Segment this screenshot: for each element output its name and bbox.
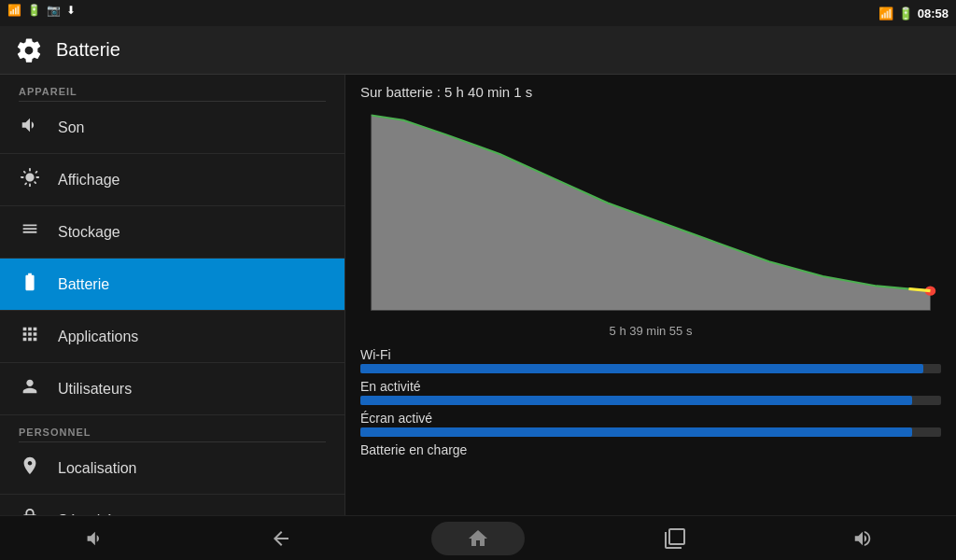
applications-label: Applications: [58, 329, 138, 345]
securite-icon: [19, 508, 41, 515]
nav-home[interactable]: [431, 522, 525, 555]
back-icon: [270, 527, 292, 550]
ecran-active-bar-fill: [360, 427, 912, 437]
main-layout: APPAREIL Son Affichage Stockage Batterie: [0, 75, 956, 515]
sidebar-item-son[interactable]: Son: [0, 102, 344, 154]
battery-duration-label: 5 h 39 min 55 s: [360, 324, 941, 338]
volume-down-icon: [83, 528, 104, 549]
utilisateurs-icon: [19, 376, 41, 401]
battery-chart-svg: [360, 105, 941, 320]
header-title: Batterie: [56, 39, 120, 61]
nav-volume-up[interactable]: [825, 516, 900, 560]
usage-item-en-activite: En activité: [360, 379, 941, 405]
notification-icon-4: ⬇: [66, 4, 76, 17]
status-left-icons: 📶 🔋 📷 ⬇: [7, 4, 76, 17]
affichage-icon: [19, 167, 41, 192]
notification-icon-1: 📶: [7, 4, 21, 17]
status-icons: 📶 🔋 08:58: [879, 7, 949, 21]
wifi-bar-fill: [360, 364, 923, 373]
stockage-icon: [19, 219, 41, 245]
usage-item-ecran-active: Écran activé: [360, 411, 941, 437]
battery-charging-label: Batterie en charge: [360, 442, 941, 457]
sidebar-item-securite[interactable]: Sécurité: [0, 495, 344, 515]
son-icon: [19, 115, 41, 140]
son-label: Son: [58, 119, 84, 136]
recent-apps-icon: [664, 527, 686, 550]
wifi-bar-bg: [360, 364, 941, 373]
usage-section: Wi-Fi En activité Écran activé Batterie …: [360, 347, 941, 457]
usage-item-wifi: Wi-Fi: [360, 347, 941, 373]
stockage-label: Stockage: [58, 224, 120, 241]
sidebar-item-localisation[interactable]: Localisation: [0, 442, 344, 495]
notification-icon-3: 📷: [47, 4, 61, 17]
volume-up-icon: [852, 528, 873, 549]
nav-back[interactable]: [244, 516, 318, 560]
localisation-label: Localisation: [58, 460, 137, 477]
section-label-appareil: APPAREIL: [0, 75, 344, 101]
notification-icon-2: 🔋: [27, 4, 41, 17]
en-activite-label: En activité: [360, 379, 941, 394]
sidebar-item-stockage[interactable]: Stockage: [0, 206, 344, 259]
nav-recent[interactable]: [638, 516, 712, 560]
en-activite-bar-fill: [360, 396, 912, 405]
ecran-active-bar-bg: [360, 427, 941, 437]
nav-bar: [0, 515, 956, 560]
battery-time-label: Sur batterie : 5 h 40 min 1 s: [360, 84, 941, 100]
affichage-label: Affichage: [58, 172, 120, 189]
batterie-icon: [19, 272, 41, 297]
ecran-active-label: Écran activé: [360, 411, 941, 426]
content-area: Sur batterie : 5 h 40 min 1 s 5 h 39 min…: [345, 75, 956, 515]
sidebar-item-batterie[interactable]: Batterie: [0, 259, 344, 311]
status-time: 08:58: [918, 7, 949, 21]
battery-status-icon: 🔋: [898, 7, 913, 21]
battery-chart: [360, 105, 941, 320]
sidebar-item-applications[interactable]: Applications: [0, 311, 344, 363]
sidebar: APPAREIL Son Affichage Stockage Batterie: [0, 75, 345, 515]
settings-gear-icon: [15, 36, 43, 64]
utilisateurs-label: Utilisateurs: [58, 381, 132, 398]
home-icon: [467, 527, 489, 550]
wifi-status-icon: 📶: [879, 7, 893, 21]
section-label-personnel: PERSONNEL: [0, 415, 344, 441]
wifi-label: Wi-Fi: [360, 347, 941, 362]
sidebar-item-affichage[interactable]: Affichage: [0, 154, 344, 206]
status-bar: 📶 🔋 📷 ⬇ 📶 🔋 08:58: [0, 0, 956, 26]
en-activite-bar-bg: [360, 396, 941, 405]
header: Batterie: [0, 26, 956, 75]
nav-volume-down[interactable]: [56, 516, 131, 560]
sidebar-item-utilisateurs[interactable]: Utilisateurs: [0, 363, 344, 415]
applications-icon: [19, 324, 41, 349]
localisation-icon: [19, 455, 41, 481]
batterie-label: Batterie: [58, 276, 109, 293]
